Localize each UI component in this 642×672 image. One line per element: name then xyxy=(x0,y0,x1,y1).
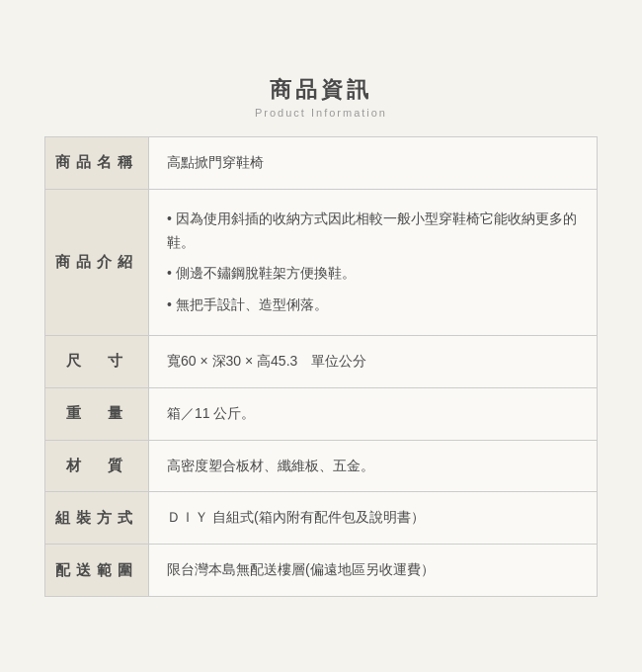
row-label: 商品名稱 xyxy=(45,137,149,190)
row-value: 寬60 × 深30 × 高45.3 單位公分 xyxy=(149,336,598,388)
row-label: 組裝方式 xyxy=(45,492,149,545)
row-label: 重 量 xyxy=(45,387,149,440)
row-value: ＤＩＹ 自組式(箱內附有配件包及說明書） xyxy=(149,492,598,545)
row-value: 高點掀門穿鞋椅 xyxy=(149,137,598,190)
row-label: 商品介紹 xyxy=(45,189,149,335)
list-item: 因為使用斜插的收納方式因此相較一般小型穿鞋椅它能收納更多的鞋。 xyxy=(167,204,579,259)
table-row: 重 量箱／11 公斤。 xyxy=(45,387,598,440)
table-row: 尺 寸寬60 × 深30 × 高45.3 單位公分 xyxy=(45,336,598,388)
list-item: 側邊不鏽鋼脫鞋架方便換鞋。 xyxy=(167,258,579,290)
row-value: 箱／11 公斤。 xyxy=(149,387,598,440)
row-label: 材 質 xyxy=(45,440,149,492)
list-item: 無把手設計、造型俐落。 xyxy=(167,290,579,321)
header: 商品資訊 Product Information xyxy=(44,75,598,119)
page-title: 商品資訊 xyxy=(44,75,598,105)
row-value: 限台灣本島無配送樓層(偏遠地區另收運費） xyxy=(149,545,598,597)
row-value: 因為使用斜插的收納方式因此相較一般小型穿鞋椅它能收納更多的鞋。側邊不鏽鋼脫鞋架方… xyxy=(149,189,598,335)
row-label: 尺 寸 xyxy=(45,336,149,388)
value-list: 因為使用斜插的收納方式因此相較一般小型穿鞋椅它能收納更多的鞋。側邊不鏽鋼脫鞋架方… xyxy=(167,204,579,321)
page-subtitle: Product Information xyxy=(44,107,598,119)
table-row: 組裝方式ＤＩＹ 自組式(箱內附有配件包及說明書） xyxy=(45,492,598,545)
table-row: 商品介紹因為使用斜插的收納方式因此相較一般小型穿鞋椅它能收納更多的鞋。側邊不鏽鋼… xyxy=(45,189,598,335)
table-row: 材 質高密度塑合板材、纖維板、五金。 xyxy=(45,440,598,492)
table-row: 配送範圍限台灣本島無配送樓層(偏遠地區另收運費） xyxy=(45,545,598,597)
info-table: 商品名稱高點掀門穿鞋椅商品介紹因為使用斜插的收納方式因此相較一般小型穿鞋椅它能收… xyxy=(44,136,598,597)
table-row: 商品名稱高點掀門穿鞋椅 xyxy=(45,137,598,190)
row-value: 高密度塑合板材、纖維板、五金。 xyxy=(149,440,598,492)
product-info-container: 商品資訊 Product Information 商品名稱高點掀門穿鞋椅商品介紹… xyxy=(35,65,607,607)
row-label: 配送範圍 xyxy=(45,545,149,597)
